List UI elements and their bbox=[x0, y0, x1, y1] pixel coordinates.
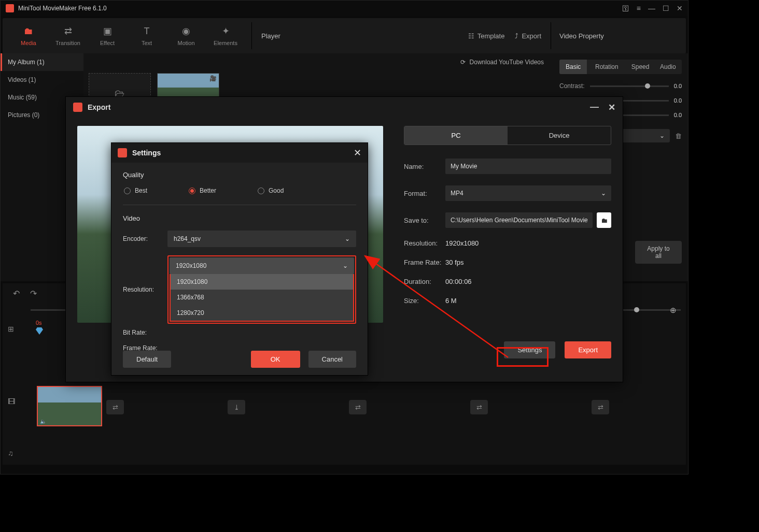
apply-to-all-button[interactable]: Apply to all bbox=[635, 241, 682, 264]
resolution-value: 1920x1080 bbox=[445, 239, 479, 247]
settings-button[interactable]: Settings bbox=[504, 341, 555, 358]
radio-best[interactable]: Best bbox=[124, 187, 147, 194]
filmstrip-icon[interactable]: 🎞 bbox=[8, 397, 15, 406]
vp-tab-rotation[interactable]: Rotation bbox=[587, 60, 626, 74]
ok-button[interactable]: OK bbox=[251, 351, 300, 368]
export-logo-icon bbox=[73, 103, 82, 112]
export-button[interactable]: ⤴Export bbox=[515, 32, 541, 40]
track-slot-1[interactable]: ⇄ bbox=[106, 400, 124, 414]
contrast-value: 0.0 bbox=[674, 83, 682, 89]
template-button[interactable]: ☷Template bbox=[468, 32, 505, 40]
export-close-button[interactable]: ✕ bbox=[608, 102, 615, 113]
transition-icon: ⇄ bbox=[64, 25, 72, 37]
tab-elements[interactable]: ✦Elements bbox=[206, 18, 245, 53]
name-label: Name: bbox=[404, 163, 445, 170]
folder-icon: 🖿 bbox=[24, 26, 33, 37]
size-label: Size: bbox=[404, 297, 445, 305]
track-slot-2[interactable]: ⤓ bbox=[228, 400, 245, 414]
text-icon: T bbox=[144, 26, 150, 37]
maximize-button[interactable]: ☐ bbox=[663, 4, 669, 12]
download-youtube-link[interactable]: Download YouTube Videos bbox=[470, 59, 544, 66]
timeline-clip[interactable]: 🔈 bbox=[37, 386, 102, 426]
video-property-title: Video Property bbox=[559, 32, 604, 40]
settings-popup: Settings ✕ Quality Best Better Good Vide… bbox=[111, 142, 368, 376]
redo-icon[interactable]: ↷ bbox=[30, 289, 37, 298]
video-section-label: Video bbox=[123, 214, 356, 222]
tab-text[interactable]: TText bbox=[127, 18, 166, 53]
settings-title: Settings bbox=[132, 149, 354, 157]
effect-icon: ▣ bbox=[103, 25, 112, 37]
tab-transition[interactable]: ⇄Transition bbox=[48, 18, 88, 53]
app-title: MiniTool MovieMaker Free 6.1.0 bbox=[18, 5, 622, 12]
download-icon: ⟳ bbox=[460, 59, 466, 66]
speaker-icon: 🔈 bbox=[38, 418, 101, 425]
minimize-button[interactable]: ― bbox=[648, 4, 655, 12]
contrast-label: Contrast: bbox=[559, 82, 585, 90]
cancel-button[interactable]: Cancel bbox=[308, 351, 356, 368]
stack-icon: ☷ bbox=[468, 32, 474, 40]
playhead[interactable]: 0s bbox=[36, 320, 43, 335]
tab-effect[interactable]: ▣Effect bbox=[88, 18, 127, 53]
resolution-option-1080[interactable]: 1920x1080 bbox=[171, 274, 353, 290]
player-title: Player bbox=[261, 32, 280, 40]
export-icon: ⤴ bbox=[515, 32, 518, 40]
radio-good[interactable]: Good bbox=[258, 187, 284, 194]
resolution-option-720[interactable]: 1280x720 bbox=[171, 305, 353, 321]
tab-media[interactable]: 🖿Media bbox=[9, 18, 48, 53]
chevron-down-icon: ⌄ bbox=[343, 262, 348, 269]
vp-tab-speed[interactable]: Speed bbox=[626, 60, 654, 74]
format-label: Format: bbox=[404, 190, 445, 197]
sidebar-item-videos[interactable]: Videos (1) bbox=[1, 71, 83, 89]
size-value: 6 M bbox=[445, 297, 457, 305]
close-button[interactable]: ✕ bbox=[677, 4, 683, 12]
export-confirm-button[interactable]: Export bbox=[565, 341, 611, 358]
playhead-icon bbox=[36, 327, 43, 335]
settings-close-button[interactable]: ✕ bbox=[354, 147, 361, 159]
radio-better[interactable]: Better bbox=[189, 187, 216, 194]
settings-logo-icon bbox=[118, 148, 127, 157]
vp-tab-basic[interactable]: Basic bbox=[559, 60, 587, 74]
encoder-select[interactable]: h264_qsv⌄ bbox=[167, 231, 356, 247]
contrast-slider[interactable] bbox=[590, 85, 669, 87]
chevron-down-icon: ⌄ bbox=[345, 235, 350, 242]
track-slot-4[interactable]: ⇄ bbox=[470, 400, 488, 414]
saveto-label: Save to: bbox=[404, 217, 445, 224]
music-note-icon[interactable]: ♫ bbox=[8, 449, 15, 457]
resolution-select[interactable]: 1920x1080⌄ bbox=[170, 257, 354, 274]
hamburger-icon[interactable]: ≡ bbox=[637, 4, 641, 12]
vp-tab-audio[interactable]: Audio bbox=[654, 60, 682, 74]
track-slot-3[interactable]: ⇄ bbox=[349, 400, 367, 414]
toolbar: 🖿Media ⇄Transition ▣Effect TText ◉Motion… bbox=[3, 18, 686, 53]
motion-icon: ◉ bbox=[182, 25, 190, 37]
add-track-icon[interactable]: ⊞ bbox=[8, 325, 15, 333]
plus-icon[interactable]: ⊕ bbox=[670, 306, 677, 315]
export-minimize-button[interactable]: ― bbox=[590, 102, 599, 112]
resolution-dropdown-list: 1920x1080 1366x768 1280x720 bbox=[170, 274, 354, 322]
browse-folder-button[interactable]: 🖿 bbox=[597, 212, 611, 228]
duration-value: 00:00:06 bbox=[445, 278, 472, 285]
track-slot-5[interactable]: ⇄ bbox=[592, 400, 609, 414]
dest-tab-device[interactable]: Device bbox=[508, 126, 611, 145]
format-select[interactable]: MP4⌄ bbox=[445, 185, 611, 201]
framerate-value: 30 fps bbox=[445, 258, 463, 266]
chevron-down-icon: ⌄ bbox=[601, 190, 606, 197]
quality-section-label: Quality bbox=[123, 171, 356, 179]
key-icon[interactable]: ⚿ bbox=[622, 4, 629, 12]
resolution-option-768[interactable]: 1366x768 bbox=[171, 290, 353, 305]
settings-resolution-label: Resolution: bbox=[123, 286, 167, 293]
default-button[interactable]: Default bbox=[123, 351, 171, 368]
saveto-input[interactable] bbox=[445, 212, 593, 228]
framerate-label: Frame Rate: bbox=[404, 258, 445, 266]
elements-icon: ✦ bbox=[222, 25, 230, 37]
chevron-down-icon: ⌄ bbox=[659, 132, 665, 139]
tab-motion[interactable]: ◉Motion bbox=[166, 18, 206, 53]
export-title: Export bbox=[88, 103, 110, 111]
name-input[interactable] bbox=[445, 159, 611, 174]
app-logo-icon bbox=[6, 4, 14, 12]
trash-icon[interactable]: 🗑 bbox=[675, 132, 682, 140]
dest-tab-pc[interactable]: PC bbox=[404, 126, 508, 145]
undo-icon[interactable]: ↶ bbox=[13, 289, 20, 298]
duration-label: Duration: bbox=[404, 278, 445, 285]
sidebar-item-album[interactable]: My Album (1) bbox=[1, 53, 83, 71]
resolution-label: Resolution: bbox=[404, 239, 445, 247]
